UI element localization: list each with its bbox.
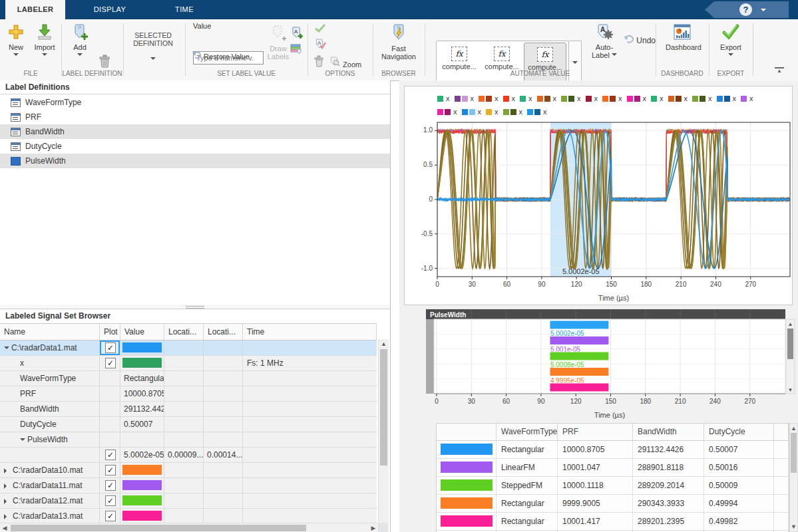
pulsewidth-bar[interactable] [550, 383, 609, 392]
pulsewidth-bar[interactable] [550, 352, 609, 360]
legend-entry[interactable]: x [586, 94, 598, 102]
column-header-locati[interactable]: Locati... [204, 324, 243, 340]
legend-entry[interactable]: x [668, 94, 688, 102]
legend-entry[interactable]: x [717, 94, 737, 102]
values-table-row[interactable]: SteppedFM10000.1118289209.20140.50009 [437, 477, 789, 495]
collapse-arrow-icon[interactable] [20, 438, 25, 444]
selected-definition-dropdown[interactable]: SELECTED DEFINITION [126, 31, 180, 63]
pulsewidth-bar[interactable] [550, 336, 609, 345]
values-table-row[interactable]: Rectangular10001.417289201.23950.49982 [437, 513, 789, 531]
scroll-up-icon[interactable]: ▲ [790, 424, 797, 432]
collapse-ribbon-button[interactable]: ▲ [775, 67, 784, 74]
legend-entry[interactable]: x [503, 94, 516, 102]
expand-arrow-icon[interactable] [4, 468, 9, 473]
scroll-thumb[interactable] [787, 329, 793, 359]
scroll-up-icon[interactable]: ▲ [379, 340, 389, 348]
scroll-down-icon[interactable]: ▼ [790, 523, 797, 531]
legend-entry[interactable]: x [561, 94, 581, 102]
delete-definition-button[interactable] [97, 54, 110, 70]
tab-display[interactable]: DISPLAY [65, 0, 154, 19]
browser-vertical-scrollbar[interactable]: ▲ ▼ [378, 339, 389, 532]
table-row[interactable]: ✓5.0002e-050.00009...0.00014... [0, 448, 377, 463]
plot-checkbox[interactable]: ✓ [105, 450, 116, 460]
column-header-time[interactable]: Time [243, 324, 377, 340]
scroll-left-icon[interactable]: ◀ [0, 523, 9, 532]
auto-label-button[interactable]: A Auto- Label [588, 23, 620, 59]
tab-time[interactable]: TIME [154, 0, 214, 19]
accept-button[interactable] [314, 23, 326, 34]
table-row[interactable]: C:\radarData12.mat✓ [0, 493, 377, 509]
help-badge[interactable]: ? [705, 1, 789, 18]
label-definition-prf[interactable]: PRF [0, 110, 390, 124]
add-auto-label-button[interactable]: A [290, 26, 303, 41]
table-row[interactable]: WaveFormTypeRectangular [0, 371, 377, 386]
label-definition-dutycycle[interactable]: DutyCycle [0, 139, 390, 154]
dashboard-button[interactable]: Dashboard [666, 23, 699, 51]
legend-entry[interactable]: x [437, 94, 450, 102]
legend-entry[interactable]: x [602, 94, 622, 102]
table-row[interactable]: DutyCycle0.50007 [0, 417, 377, 432]
restore-value-button[interactable]: Restore Value [192, 51, 250, 61]
new-button[interactable]: New [3, 23, 29, 59]
values-table-row[interactable]: Rectangular10000.8705291132.44260.50007 [437, 441, 789, 459]
table-row[interactable]: C:\radarData1.mat✓ [0, 340, 377, 356]
help-icon[interactable]: ? [739, 3, 752, 16]
expand-arrow-icon[interactable] [4, 499, 9, 504]
add-definition-button[interactable]: Add [67, 23, 93, 59]
table-row[interactable]: C:\radarData11.mat✓ [0, 478, 377, 493]
column-header-bandwidth[interactable]: BandWidth [633, 424, 704, 440]
draw-labels-button[interactable]: Draw Labels [264, 25, 293, 61]
table-row[interactable]: C:\radarData10.mat✓ [0, 463, 377, 478]
scroll-thumb[interactable] [791, 433, 797, 473]
pulsewidth-bar[interactable] [550, 321, 609, 329]
table-row[interactable]: x✓Fs: 1 MHz [0, 356, 377, 371]
label-layers-button[interactable] [290, 43, 303, 57]
legend-entry[interactable]: x [741, 94, 753, 102]
column-header-plot[interactable]: Plot [100, 324, 120, 340]
export-button[interactable]: Export [715, 23, 747, 59]
table-vertical-scrollbar[interactable]: ▲ ▼ [789, 423, 798, 532]
scroll-up-icon[interactable]: ▲ [788, 321, 793, 327]
plot-checkbox[interactable]: ✓ [105, 495, 116, 506]
plot-checkbox[interactable]: ✓ [105, 480, 116, 491]
plot-checkbox[interactable]: ✓ [105, 358, 116, 368]
tab-labeler[interactable]: LABELER [5, 0, 65, 19]
collapse-arrow-icon[interactable] [4, 346, 9, 352]
legend-entry[interactable]: x [479, 94, 499, 102]
table-row[interactable]: PulseWidth [0, 432, 377, 448]
band-header[interactable] [426, 309, 785, 319]
column-header-value[interactable]: Value [120, 324, 164, 340]
values-table-row[interactable]: LinearFM10001.047288901.81180.50016 [437, 459, 789, 477]
column-header-locati[interactable]: Locati... [164, 324, 204, 340]
legend-entry[interactable]: x [651, 94, 664, 102]
plot-checkbox[interactable]: ✓ [105, 342, 116, 353]
table-row[interactable]: C:\radarData13.mat✓ [0, 509, 377, 524]
scroll-thumb[interactable] [380, 349, 387, 466]
fast-navigation-button[interactable]: Fast Navigation [375, 23, 422, 61]
legend-entry[interactable]: x [455, 94, 475, 102]
label-definition-bandwidth[interactable]: BandWidth [0, 124, 390, 139]
import-button[interactable]: Import [31, 23, 59, 59]
legend-entry[interactable]: x [692, 94, 712, 102]
legend-entry[interactable]: x [627, 94, 647, 102]
column-header-name[interactable]: Name [0, 324, 100, 340]
help-dropdown-caret-icon[interactable] [761, 9, 766, 14]
band-left-strip[interactable] [426, 319, 434, 394]
signal-time-plot[interactable]: 03060901201501802102402701.00.50-0.5-1.0… [405, 113, 793, 305]
delete-label-button[interactable] [313, 55, 324, 68]
column-header-prf[interactable]: PRF [558, 424, 633, 440]
table-row[interactable]: BandWidth291132.4426 [0, 402, 377, 417]
zoom-button[interactable]: Zoom [329, 57, 361, 68]
pulsewidth-bar[interactable] [550, 368, 609, 376]
legend-entry[interactable]: x [520, 94, 532, 102]
scroll-thumb[interactable] [11, 525, 306, 531]
legend-entry[interactable]: x [537, 94, 557, 102]
table-row[interactable]: PRF10000.8705 [0, 386, 377, 402]
column-header-waveformtype[interactable]: WaveFormType [497, 424, 558, 440]
expand-arrow-icon[interactable] [4, 483, 9, 489]
plot-checkbox[interactable]: ✓ [105, 511, 116, 521]
scroll-right-icon[interactable]: ▶ [369, 523, 378, 532]
column-header-swatch[interactable] [774, 424, 789, 440]
browser-horizontal-scrollbar[interactable]: ◀ ▶ [0, 523, 378, 532]
label-definition-pulsewidth[interactable]: PulseWidth [0, 154, 390, 168]
